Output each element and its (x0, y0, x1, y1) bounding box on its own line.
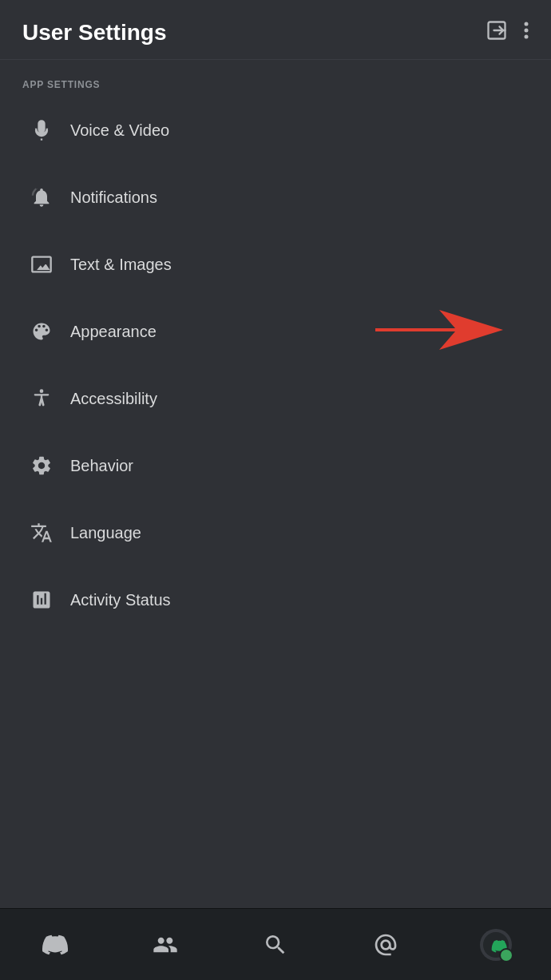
bottom-nav-profile[interactable] (472, 921, 520, 969)
sidebar-item-behavior[interactable]: Behavior (0, 432, 551, 499)
svg-marker-4 (375, 310, 503, 350)
sidebar-item-appearance[interactable]: Appearance (0, 298, 551, 365)
bottom-nav-home[interactable] (31, 921, 79, 969)
bottom-nav-mentions[interactable] (362, 921, 410, 969)
bell-icon (22, 178, 61, 216)
appearance-label: Appearance (70, 323, 157, 341)
svg-point-1 (525, 22, 529, 26)
sidebar-item-voice-video[interactable]: Voice & Video (0, 97, 551, 164)
language-label: Language (70, 524, 141, 542)
bottom-nav-friends[interactable] (141, 921, 189, 969)
more-options-icon[interactable] (524, 21, 529, 45)
sidebar-item-activity-status[interactable]: Activity Status (0, 566, 551, 633)
accessibility-label: Accessibility (70, 390, 157, 408)
sidebar-item-notifications[interactable]: Notifications (0, 164, 551, 231)
voice-video-label: Voice & Video (70, 121, 169, 140)
svg-point-2 (525, 29, 529, 33)
microphone-icon (22, 111, 61, 149)
header-icons (486, 19, 529, 46)
login-icon[interactable] (486, 19, 508, 46)
svg-point-5 (40, 389, 44, 393)
text-images-label: Text & Images (70, 256, 172, 274)
image-icon (22, 245, 61, 284)
sidebar-item-accessibility[interactable]: Accessibility (0, 365, 551, 432)
avatar (480, 929, 512, 961)
language-icon (22, 514, 61, 552)
gear-icon (22, 446, 61, 485)
svg-point-3 (525, 35, 529, 39)
sidebar-item-language[interactable]: Language (0, 499, 551, 566)
page-title: User Settings (22, 20, 167, 46)
bottom-navigation (0, 908, 551, 980)
palette-icon (22, 312, 61, 351)
activity-icon (22, 581, 61, 619)
section-label: APP SETTINGS (0, 60, 551, 97)
header: User Settings (0, 0, 551, 60)
sidebar-item-text-images[interactable]: Text & Images (0, 231, 551, 298)
settings-list: APP SETTINGS Voice & Video Notifications… (0, 60, 551, 908)
notifications-label: Notifications (70, 188, 157, 207)
accessibility-icon (22, 379, 61, 418)
activity-status-label: Activity Status (70, 591, 171, 609)
arrow-annotation (375, 306, 503, 357)
behavior-label: Behavior (70, 457, 133, 475)
bottom-nav-search[interactable] (252, 921, 299, 969)
